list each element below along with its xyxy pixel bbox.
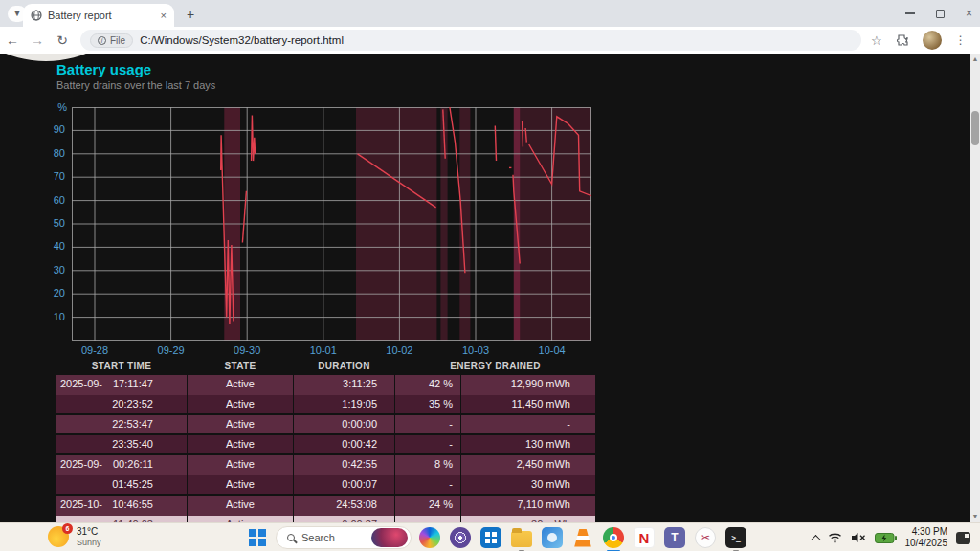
header-duration: DURATION [294,360,394,373]
cell-duration: 0:00:07 [294,475,394,494]
weather-temp: 31°C [77,526,101,538]
tray-date: 10/4/2025 [905,538,948,549]
new-tab-button[interactable]: + [182,7,199,22]
tab-close-icon[interactable]: × [161,10,167,21]
taskbar-icon-terminal[interactable]: >_ [724,526,748,549]
browser-tabstrip: ▼ Battery report × + × [0,0,980,27]
table-body: 2025-09-2917:11:47Active3:11:2542 %12,99… [56,375,595,522]
battery-usage-chart [72,107,591,341]
battery-drain-table: START TIME STATE DURATION ENERGY DRAINED… [56,360,595,522]
taskbar-icon-chrome[interactable] [601,526,626,549]
taskbar-app-icons: NT✂>_ [417,526,748,549]
weather-badge: 6 [62,523,73,534]
cell-duration: 1:19:05 [294,395,394,413]
minimize-button[interactable] [905,12,915,13]
search-daily-image [371,528,408,547]
taskbar-icon-vlc[interactable] [570,526,595,549]
cell-percent: - [395,435,460,453]
table-row: 01:45:25Active0:00:07-30 mWh [56,475,595,494]
taskbar-search[interactable]: Search [276,526,412,549]
address-bar[interactable]: i File C:/Windows/System32/battery-repor… [80,30,861,51]
wifi-icon[interactable] [828,532,842,543]
url-text: C:/Windows/System32/battery-report.html [140,34,344,46]
y-tick-label: 40 [34,240,65,252]
x-tick-label: 09-29 [148,344,194,356]
cell-start-time: 22:53:47 [56,415,187,433]
x-tick-label: 10-03 [453,344,499,356]
system-tray: 4:30 PM 10/4/2025 [813,523,971,551]
battery-charging-icon[interactable] [875,533,897,543]
x-tick-label: 10-01 [301,344,346,356]
taskbar-icon-file-explorer[interactable] [509,526,534,549]
tab-battery-report[interactable]: Battery report × [23,4,174,27]
taskbar-icon-snipping-tool[interactable]: ✂ [693,526,718,549]
taskbar-icon-bittorrent[interactable] [448,526,473,549]
cell-percent: - [395,415,460,433]
taskbar-icon-netflix[interactable]: N [632,526,657,549]
table-row: 2025-09-2917:11:47Active3:11:2542 %12,99… [56,375,595,393]
taskbar-icon-photos[interactable] [540,526,565,549]
clock[interactable]: 4:30 PM 10/4/2025 [905,526,948,549]
sun-icon: 6 [48,526,69,547]
table-row: 22:53:47Active0:00:00-- [56,415,595,433]
cell-state: Active [188,516,293,522]
y-tick-label: 20 [34,287,65,298]
reload-button[interactable]: ↻ [50,33,75,48]
taskbar-icon-microsoft-store[interactable] [479,526,503,549]
battery-chart-svg [72,107,591,341]
back-button[interactable]: ← [0,33,25,48]
y-tick-label: 30 [34,264,65,276]
notification-icon[interactable] [956,532,970,544]
cell-energy: 11,450 mWh [461,395,595,413]
start-button[interactable] [245,526,270,549]
cell-percent: 35 % [395,395,460,413]
table-row: 20:23:52Active1:19:0535 %11,450 mWh [56,395,595,413]
cell-state: Active [188,415,293,433]
scroll-down-icon[interactable]: ▼ [970,511,980,522]
taskbar-center: Search NT✂>_ [245,526,748,549]
table-row: 2025-09-3000:26:11Active0:42:558 %2,450 … [56,455,595,474]
extensions-icon[interactable] [896,33,909,47]
weather-widget[interactable]: 6 31°C Sunny [48,526,101,547]
table-row: 2025-10-0110:46:55Active24:53:0824 %7,11… [56,496,595,514]
close-window-button[interactable]: × [966,9,972,18]
profile-avatar[interactable] [923,31,942,50]
taskbar-icon-teams[interactable]: T [662,526,687,549]
y-tick-label: 60 [34,194,65,206]
cell-start-time: 11:40:03 [56,516,187,522]
windows-logo-icon [249,529,266,546]
cell-duration: 0:00:00 [294,415,394,433]
browser-menu-icon[interactable]: ⋮ [955,33,967,47]
table-header-row: START TIME STATE DURATION ENERGY DRAINED [56,360,595,373]
cell-duration: 0:00:37 [294,516,394,522]
y-tick-label: 10 [34,311,65,322]
cell-start-time: 20:23:52 [56,395,187,413]
taskbar-icon-copilot[interactable] [417,526,442,549]
window-controls: × [905,0,972,27]
scrollbar-thumb[interactable] [971,111,979,145]
cell-state: Active [188,435,293,453]
volume-muted-icon[interactable] [851,532,866,543]
forward-button[interactable]: → [25,33,50,48]
y-tick-label: 80 [34,147,65,159]
search-label: Search [301,532,335,543]
page-subtitle: Battery drains over the last 7 days [56,79,215,91]
taskbar: 6 31°C Sunny Search NT✂>_ [0,522,980,551]
info-icon: i [98,36,106,45]
cell-energy: 30 mWh [461,475,595,494]
bookmark-star-icon[interactable]: ☆ [871,33,882,48]
scroll-up-icon[interactable]: ▲ [970,54,980,65]
cell-energy: 30 mWh [461,516,595,522]
page-scrollbar[interactable]: ▲ ▼ [970,54,980,522]
hidden-icons-chevron-icon[interactable] [811,534,820,543]
header-start-time: START TIME [56,360,187,373]
cell-start-time: 23:35:40 [56,435,187,453]
browser-toolbar: ← → ↻ i File C:/Windows/System32/battery… [0,27,980,54]
y-tick-label: 90 [34,123,65,135]
file-chip[interactable]: i File [90,33,133,48]
page-title: Battery usage [56,61,151,77]
maximize-button[interactable] [936,10,945,18]
table-row: 11:40:03Active0:00:37-30 mWh [56,516,595,522]
x-tick-label: 09-28 [72,344,118,356]
scrolled-gauge-fragment [0,54,119,61]
